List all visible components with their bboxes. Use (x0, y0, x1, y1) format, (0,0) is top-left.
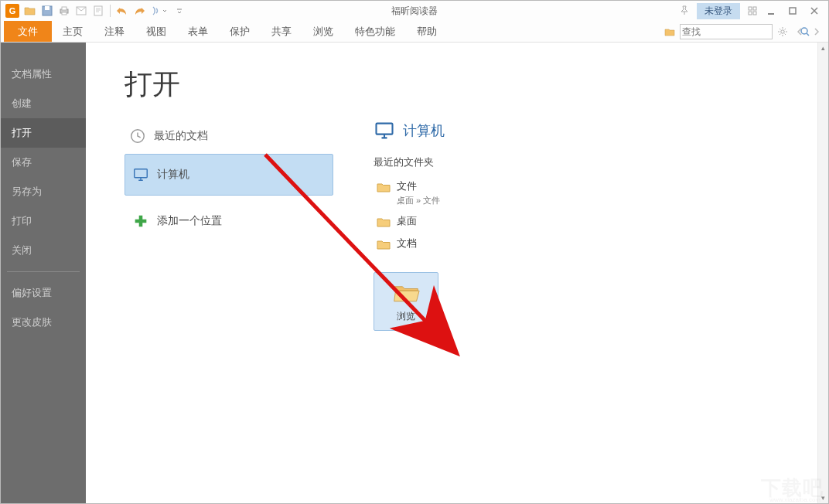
svg-rect-9 (749, 12, 752, 15)
tab-file[interactable]: 文件 (4, 21, 52, 42)
recent-docs-label: 最近的文档 (154, 129, 208, 143)
login-button[interactable]: 未登录 (697, 3, 740, 19)
quick-access-toolbar (22, 3, 187, 19)
gear-icon[interactable] (776, 25, 790, 39)
folder-name: 桌面 (397, 214, 417, 228)
app-window: G (0, 0, 829, 504)
titlebar-right: 未登录 (677, 3, 828, 19)
scroll-down-icon[interactable]: ▾ (818, 492, 828, 503)
folder-entry[interactable]: 文档 (374, 233, 606, 255)
sidebar-item-save[interactable]: 保存 (1, 148, 86, 177)
folder-icon (377, 215, 391, 229)
recent-folders-header: 最近的文件夹 (374, 155, 606, 169)
tab-share[interactable]: 共享 (261, 21, 302, 42)
minimize-button[interactable] (760, 3, 782, 19)
clock-icon (129, 128, 146, 145)
search-box[interactable] (680, 24, 773, 39)
folder-icon (377, 180, 391, 194)
svg-rect-17 (377, 124, 393, 135)
save-icon[interactable] (39, 3, 55, 19)
nav-prev-icon[interactable] (793, 25, 807, 39)
sidebar-item-preferences[interactable]: 偏好设置 (1, 278, 86, 308)
sidebar-separator (7, 271, 80, 272)
titlebar: G (1, 1, 828, 21)
recent-docs-item[interactable]: 最近的文档 (125, 123, 333, 149)
ribbon-tabs: 文件 主页 注释 视图 表单 保护 共享 浏览 特色功能 帮助 (1, 21, 828, 43)
monitor-icon (374, 120, 395, 141)
tab-home[interactable]: 主页 (52, 21, 94, 42)
browse-label: 浏览 (397, 310, 415, 323)
scroll-up-icon[interactable]: ▴ (818, 43, 828, 53)
tab-view[interactable]: 视图 (135, 21, 177, 42)
pin-icon[interactable] (678, 5, 691, 17)
folder-path: 桌面 » 文件 (397, 195, 440, 206)
ribbon-folder-icon[interactable] (663, 25, 677, 39)
sidebar-item-print[interactable]: 打印 (1, 206, 86, 236)
computer-label: 计算机 (157, 168, 189, 182)
computer-header-label: 计算机 (403, 121, 445, 140)
watermark-sub: www.xiazaiba.com (769, 496, 820, 503)
vertical-scrollbar[interactable]: ▴ ▾ (817, 43, 828, 503)
file-menu-sidebar: 文档属性 创建 打开 保存 另存为 打印 关闭 偏好设置 更改皮肤 (1, 43, 86, 503)
svg-rect-1 (45, 6, 49, 10)
tab-form[interactable]: 表单 (177, 21, 219, 42)
tab-help[interactable]: 帮助 (406, 21, 448, 42)
computer-item[interactable]: 计算机 (125, 154, 333, 196)
monitor-icon (132, 166, 149, 183)
svg-rect-10 (753, 12, 756, 15)
svg-rect-11 (768, 13, 774, 15)
svg-rect-8 (753, 7, 756, 10)
sidebar-item-create[interactable]: 创建 (1, 89, 86, 118)
folder-entry[interactable]: 文件 桌面 » 文件 (374, 175, 606, 210)
computer-panel: 计算机 最近的文件夹 文件 桌面 » 文件 桌面 (374, 120, 606, 331)
page-title: 打开 (125, 66, 828, 104)
folder-entry[interactable]: 桌面 (374, 210, 606, 233)
grid-icon[interactable] (746, 5, 759, 17)
ribbon-right (663, 21, 828, 42)
tab-annotate[interactable]: 注释 (94, 21, 135, 42)
folder-open-icon (392, 281, 420, 304)
qat-dropdown-icon[interactable] (172, 3, 187, 19)
open-locations-column: 最近的文档 计算机 添加一个位置 (125, 123, 333, 242)
add-place-item[interactable]: 添加一个位置 (125, 200, 333, 242)
open-folder-icon[interactable] (22, 3, 38, 19)
add-place-label: 添加一个位置 (157, 214, 222, 228)
undo-icon[interactable] (114, 3, 130, 19)
tab-features[interactable]: 特色功能 (344, 21, 406, 42)
plus-icon (132, 213, 149, 230)
app-logo-icon: G (5, 4, 19, 18)
close-button[interactable] (803, 3, 825, 19)
tab-protect[interactable]: 保护 (219, 21, 261, 42)
redo-icon[interactable] (131, 3, 147, 19)
svg-rect-3 (62, 7, 67, 10)
computer-header: 计算机 (374, 120, 606, 141)
page-icon[interactable] (90, 3, 106, 19)
dropdown-tool-icon[interactable] (148, 3, 170, 19)
watermark: 下载吧 (761, 475, 824, 502)
tab-browse[interactable]: 浏览 (302, 21, 344, 42)
svg-rect-4 (62, 12, 67, 15)
main-area: 打开 最近的文档 计算机 添加一个位置 (86, 43, 828, 503)
folder-name: 文档 (397, 237, 417, 250)
maximize-button[interactable] (782, 3, 803, 19)
email-icon[interactable] (73, 3, 89, 19)
folder-name: 文件 (397, 179, 440, 193)
sidebar-item-open[interactable]: 打开 (1, 118, 86, 148)
svg-rect-6 (94, 6, 102, 15)
recent-folders-list: 文件 桌面 » 文件 桌面 文档 (374, 175, 606, 255)
svg-rect-16 (135, 169, 148, 178)
sidebar-item-close[interactable]: 关闭 (1, 236, 86, 265)
sidebar-item-doc-properties[interactable]: 文档属性 (1, 60, 86, 89)
folder-icon (377, 237, 391, 251)
svg-rect-12 (790, 8, 796, 14)
sidebar-item-skin[interactable]: 更改皮肤 (1, 308, 86, 337)
print-icon[interactable] (56, 3, 72, 19)
sidebar-item-save-as[interactable]: 另存为 (1, 177, 86, 206)
body: 文档属性 创建 打开 保存 另存为 打印 关闭 偏好设置 更改皮肤 打开 最近的… (1, 43, 828, 503)
svg-point-14 (781, 29, 784, 32)
svg-rect-7 (749, 7, 752, 10)
nav-next-icon[interactable] (810, 25, 824, 39)
browse-button[interactable]: 浏览 (374, 272, 438, 331)
